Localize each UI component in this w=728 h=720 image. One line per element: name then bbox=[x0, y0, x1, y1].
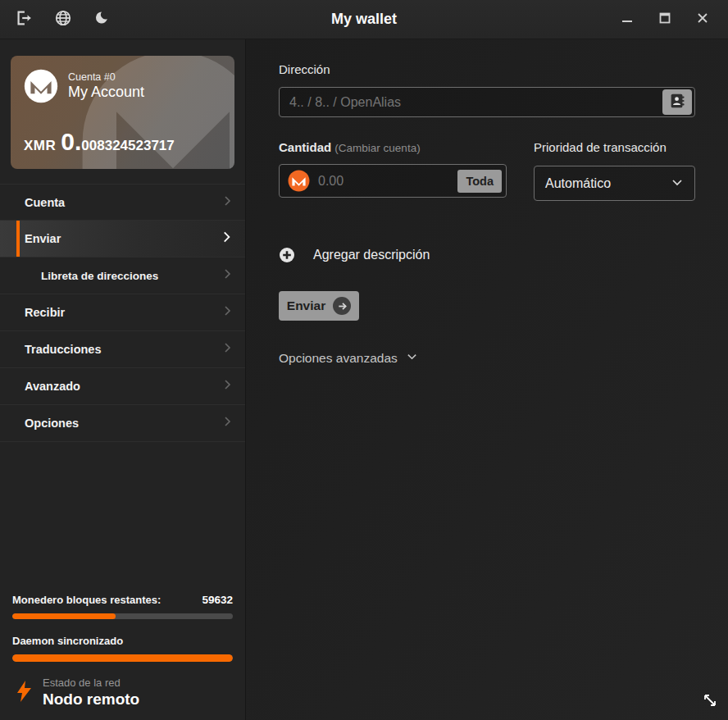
chevron-down-icon bbox=[671, 175, 684, 192]
chevron-right-icon bbox=[221, 267, 234, 284]
titlebar: My wallet bbox=[0, 0, 728, 39]
amount-input[interactable] bbox=[318, 174, 457, 189]
sync-status-panel: Monedero bloques restantes: 59632 Daemon… bbox=[0, 594, 245, 720]
close-icon bbox=[695, 11, 710, 29]
address-input[interactable] bbox=[279, 87, 695, 117]
balance-currency: XMR bbox=[24, 138, 56, 154]
logout-icon bbox=[15, 9, 33, 30]
sidebar-item-avanzado[interactable]: Avanzado bbox=[0, 368, 245, 405]
account-card[interactable]: Cuenta #0 My Account XMR 0. 008324523717 bbox=[11, 56, 234, 169]
wallet-sync-progressbar bbox=[12, 613, 233, 619]
chevron-right-icon bbox=[221, 378, 234, 394]
theme-toggle-button[interactable] bbox=[89, 6, 116, 34]
blocks-remaining-value: 59632 bbox=[202, 594, 233, 606]
amount-label: Cantidad bbox=[279, 140, 331, 154]
chevron-down-icon bbox=[406, 350, 418, 366]
network-status[interactable]: Estado de la red Nodo remoto bbox=[12, 677, 233, 709]
sidebar-item-label: Avanzado bbox=[25, 380, 80, 393]
change-account-link[interactable]: (Cambiar cuenta) bbox=[334, 142, 420, 154]
balance: XMR 0. 008324523717 bbox=[24, 128, 175, 156]
sidebar-item-label: Recibir bbox=[25, 306, 65, 319]
sidebar: Cuenta #0 My Account XMR 0. 008324523717… bbox=[0, 39, 246, 720]
chevron-right-icon bbox=[219, 230, 234, 248]
logout-button[interactable] bbox=[10, 6, 38, 34]
sidebar-item-label: Opciones bbox=[25, 417, 79, 430]
wallet-sync-progress-fill bbox=[12, 613, 116, 619]
send-button-label: Enviar bbox=[287, 298, 325, 313]
advanced-options-label: Opciones avanzadas bbox=[279, 351, 398, 366]
plus-circle-icon bbox=[279, 247, 295, 263]
address-book-button[interactable] bbox=[662, 89, 692, 115]
add-description-button[interactable]: Agregar descripción bbox=[279, 247, 430, 263]
minimize-button[interactable] bbox=[612, 6, 643, 34]
maximize-icon bbox=[657, 11, 672, 29]
chevron-right-icon bbox=[221, 194, 234, 211]
sidebar-menu: Cuenta Enviar Libreta de direcciones Rec… bbox=[0, 184, 245, 442]
moon-icon bbox=[94, 10, 111, 30]
amount-field: Toda bbox=[279, 164, 507, 198]
add-description-label: Agregar descripción bbox=[313, 248, 430, 262]
monero-coin-icon bbox=[288, 170, 310, 192]
sidebar-item-label: Libreta de direcciones bbox=[41, 270, 158, 282]
sidebar-item-enviar[interactable]: Enviar bbox=[0, 221, 245, 257]
daemon-sync-progress-fill bbox=[12, 654, 233, 662]
address-book-icon bbox=[668, 92, 686, 112]
balance-integer: 0. bbox=[61, 128, 81, 156]
address-label: Dirección bbox=[279, 62, 695, 76]
sidebar-item-label: Cuenta bbox=[25, 196, 65, 209]
globe-icon bbox=[54, 9, 72, 30]
chevron-right-icon bbox=[221, 341, 234, 358]
account-number-label: Cuenta #0 bbox=[68, 71, 144, 83]
minimize-icon bbox=[620, 11, 635, 29]
daemon-sync-progressbar bbox=[12, 654, 233, 662]
daemon-sync-label: Daemon sincronizado bbox=[12, 635, 123, 647]
send-button[interactable]: Enviar bbox=[279, 291, 359, 321]
sidebar-item-label: Traducciones bbox=[25, 343, 101, 356]
network-status-label: Estado de la red bbox=[43, 677, 139, 689]
priority-label: Prioridad de transacción bbox=[534, 140, 695, 154]
send-page: Dirección Cantidad bbox=[246, 39, 728, 720]
account-name: My Account bbox=[68, 84, 144, 101]
sidebar-item-opciones[interactable]: Opciones bbox=[0, 405, 245, 442]
chevron-right-icon bbox=[221, 415, 234, 431]
priority-select[interactable]: Automático bbox=[534, 166, 695, 201]
priority-selected-value: Automático bbox=[545, 176, 611, 191]
close-button[interactable] bbox=[687, 6, 718, 34]
sidebar-item-cuenta[interactable]: Cuenta bbox=[0, 184, 245, 221]
arrow-right-icon bbox=[333, 297, 351, 315]
network-status-value: Nodo remoto bbox=[43, 690, 139, 709]
sidebar-item-libreta-de-direcciones[interactable]: Libreta de direcciones bbox=[0, 257, 245, 294]
send-all-button[interactable]: Toda bbox=[457, 170, 502, 193]
resize-cursor-icon bbox=[703, 694, 717, 710]
monero-logo-icon bbox=[24, 69, 58, 103]
balance-fraction: 008324523717 bbox=[81, 138, 174, 154]
blocks-remaining-label: Monedero bloques restantes: bbox=[12, 594, 161, 606]
lightning-bolt-icon bbox=[17, 681, 31, 705]
advanced-options-toggle[interactable]: Opciones avanzadas bbox=[279, 350, 418, 366]
maximize-button[interactable] bbox=[649, 6, 680, 34]
sidebar-item-label: Enviar bbox=[25, 232, 61, 245]
sidebar-item-recibir[interactable]: Recibir bbox=[0, 294, 245, 331]
sidebar-item-traducciones[interactable]: Traducciones bbox=[0, 331, 245, 368]
language-button[interactable] bbox=[49, 6, 77, 34]
chevron-right-icon bbox=[221, 304, 234, 321]
